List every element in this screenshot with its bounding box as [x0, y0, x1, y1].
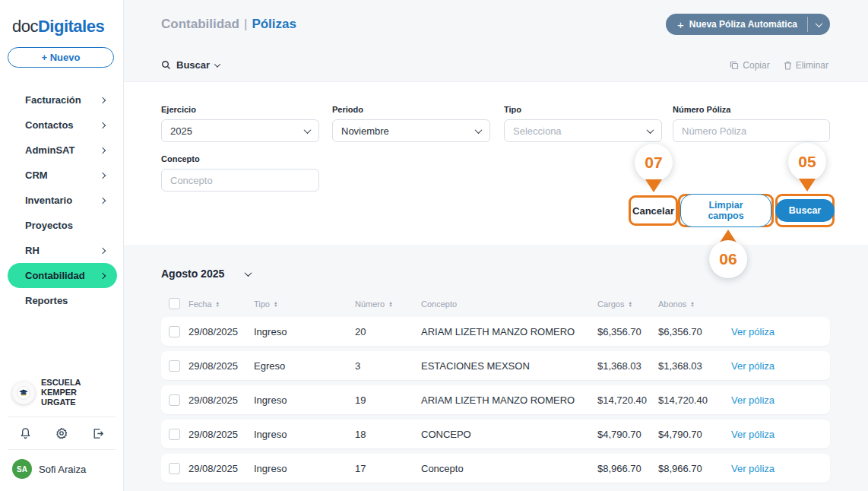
sidebar-item-label: RH [25, 245, 40, 256]
sort-icon[interactable]: ▲▼ [274, 301, 277, 307]
notifications-bell-icon[interactable] [18, 426, 32, 440]
cell-fecha: 29/08/2025 [188, 429, 254, 440]
concepto-input[interactable] [161, 169, 319, 192]
table-header-row: Fecha▲▼ Tipo▲▼ Número▲▼ Concepto Cargos▲… [161, 298, 830, 309]
sidebar-item-adminsat[interactable]: AdminSAT [8, 138, 117, 163]
ejercicio-select[interactable]: 2025 [161, 119, 319, 142]
sidebar-item-label: Reportes [25, 295, 68, 306]
app-window: docDigitales + Nuevo Facturación Contact… [0, 0, 868, 491]
numero-poliza-input[interactable] [673, 119, 830, 142]
app-logo: docDigitales [0, 0, 123, 36]
sidebar-menu: Facturación Contactos AdminSAT CRM Inven… [0, 87, 123, 313]
cell-numero: 18 [355, 429, 421, 440]
sidebar-item-facturacion[interactable]: Facturación [8, 87, 117, 112]
sidebar-item-rh[interactable]: RH [8, 238, 117, 263]
user-avatar: SA [12, 459, 32, 479]
row-checkbox[interactable] [169, 463, 180, 474]
chevron-down-icon[interactable] [245, 269, 252, 277]
view-policy-link[interactable]: Ver póliza [731, 463, 830, 474]
row-checkbox[interactable] [169, 360, 180, 372]
dropdown-toggle[interactable] [808, 14, 830, 35]
marker-arrow-down-icon [645, 179, 662, 192]
table-row: 29/08/2025 Ingreso 19 ARIAM LIZETH MANZO… [161, 385, 830, 414]
chevron-down-icon [647, 126, 654, 134]
search-label: Buscar [176, 59, 210, 71]
company-account[interactable]: ESCUELA KEMPER URGATE [0, 378, 123, 407]
logout-icon[interactable] [91, 426, 105, 440]
search-submit-button[interactable]: Buscar [775, 199, 835, 222]
sidebar-item-label: CRM [25, 169, 48, 181]
cell-concepto: CONCEPO [421, 429, 597, 440]
new-automatic-policy-button[interactable]: + Nueva Póliza Automática [666, 14, 830, 35]
sort-icon[interactable]: ▲▼ [628, 301, 632, 307]
row-checkbox[interactable] [169, 326, 180, 337]
sidebar-item-reportes[interactable]: Reportes [8, 288, 117, 313]
cell-cargos: $1,368.03 [597, 360, 658, 372]
trash-icon [784, 61, 792, 70]
annotation-outline-cancel: Cancelar [629, 195, 678, 226]
sidebar-item-label: Facturación [25, 94, 81, 106]
sidebar-item-label: Contabilidad [25, 270, 85, 281]
cell-tipo: Ingreso [254, 463, 355, 474]
new-button[interactable]: + Nuevo [8, 47, 114, 68]
sort-icon[interactable]: ▲▼ [690, 301, 694, 307]
col-fecha: Fecha [188, 299, 212, 309]
row-checkbox[interactable] [169, 429, 180, 440]
cancel-button[interactable]: Cancelar [632, 205, 674, 217]
tipo-label: Tipo [504, 105, 662, 114]
company-name-line2: URGATE [41, 398, 76, 407]
concepto-label: Concepto [161, 154, 319, 163]
table-row: 29/08/2025 Ingreso 18 CONCEPO $4,790.70 … [161, 420, 830, 448]
periodo-label: Periodo [332, 105, 490, 114]
sidebar-item-inventario[interactable]: Inventario [8, 188, 117, 213]
company-logo-icon [12, 382, 35, 404]
search-toolbar: Buscar Copiar Eliminar [124, 49, 868, 82]
cell-cargos: $8,966.70 [597, 463, 658, 474]
marker-number: 05 [788, 143, 826, 181]
view-policy-link[interactable]: Ver póliza [731, 326, 830, 337]
sidebar-footer: ESCUELA KEMPER URGATE [0, 378, 123, 491]
marker-number: 07 [635, 144, 673, 182]
cell-cargos: $4,790.70 [597, 429, 658, 440]
view-policy-link[interactable]: Ver póliza [731, 429, 830, 440]
sidebar-item-proyectos[interactable]: Proyectos [8, 213, 117, 238]
row-checkbox[interactable] [169, 394, 180, 406]
cell-fecha: 29/08/2025 [188, 463, 254, 474]
settings-gear-icon[interactable] [55, 426, 68, 440]
col-cargos: Cargos [597, 299, 624, 309]
new-automatic-policy-label: Nueva Póliza Automática [689, 19, 797, 30]
sidebar: docDigitales + Nuevo Facturación Contact… [0, 0, 124, 491]
select-all-checkbox[interactable] [169, 298, 180, 309]
marker-arrow-down-icon [799, 179, 816, 192]
view-policy-link[interactable]: Ver póliza [731, 394, 830, 406]
cell-tipo: Egreso [254, 360, 355, 372]
sidebar-item-contabilidad[interactable]: Contabilidad [8, 263, 117, 288]
search-toggle[interactable]: Buscar [161, 59, 220, 71]
sidebar-item-contactos[interactable]: Contactos [8, 112, 117, 138]
cell-fecha: 29/08/2025 [188, 394, 254, 406]
sort-icon[interactable]: ▲▼ [388, 301, 392, 307]
sidebar-item-crm[interactable]: CRM [8, 163, 117, 188]
annotation-outline-search: Buscar [775, 194, 835, 227]
logo-prefix: doc [12, 17, 38, 36]
tipo-select[interactable]: Selecciona [504, 119, 662, 142]
cell-abonos: $1,368.03 [658, 360, 731, 372]
table-row: 29/08/2025 Egreso 3 ESTACIONES MEXSON $1… [161, 351, 830, 380]
periodo-select[interactable]: Noviembre [332, 119, 490, 142]
user-account[interactable]: SA Sofi Araiza [0, 450, 123, 491]
company-name: ESCUELA KEMPER URGATE [41, 378, 117, 407]
view-policy-link[interactable]: Ver póliza [731, 360, 830, 372]
cell-tipo: Ingreso [254, 326, 355, 337]
chevron-right-icon [100, 272, 106, 278]
cell-numero: 17 [355, 463, 421, 474]
sort-icon[interactable]: ▲▼ [216, 301, 220, 307]
copy-button[interactable]: Copiar [730, 60, 769, 71]
clear-fields-button[interactable]: Limpiar campos [680, 194, 771, 227]
chevron-down-icon [475, 126, 483, 134]
breadcrumb: Contabilidad|Pólizas [161, 17, 296, 32]
ejercicio-value: 2025 [170, 125, 192, 137]
filter-panel: Ejercicio 2025 Periodo Noviembre Tipo Se… [124, 82, 868, 245]
delete-button[interactable]: Eliminar [784, 60, 828, 71]
annotation-marker-06: 06 [709, 230, 747, 278]
chevron-down-icon [214, 61, 220, 67]
